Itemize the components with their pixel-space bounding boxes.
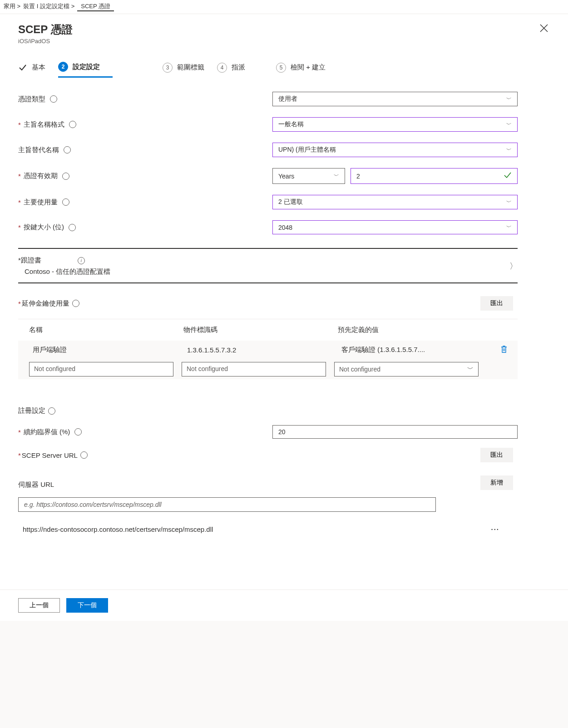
label-san: 主旨替代名稱 <box>18 146 272 154</box>
wizard-step-config[interactable]: 2 設定設定 <box>58 58 113 78</box>
more-icon[interactable]: ··· <box>491 525 499 533</box>
wizard-step-basics[interactable]: 基本 <box>18 58 58 78</box>
wizard-step-label: 範圍標籤 <box>177 63 204 72</box>
wizard-step-label: 基本 <box>32 63 45 72</box>
add-button[interactable]: 新增 <box>480 475 513 490</box>
wizard-step-label: 檢閱 + 建立 <box>291 63 326 72</box>
server-url-value: https://ndes-contosocorp.contoso.net/cer… <box>23 525 213 533</box>
dropdown-value: 2 已選取 <box>278 198 303 206</box>
label-root-cert: *跟證書 <box>18 256 41 265</box>
chevron-down-icon: ﹀ <box>506 95 512 103</box>
next-button[interactable]: 下一個 <box>66 598 108 613</box>
wizard-steps: 基本 2 設定設定 3 範圍標籤 4 指派 5 檢閱 + 建立 <box>18 58 518 78</box>
dropdown-value: UPN) (用戶主體名稱 <box>278 146 336 154</box>
dropdown-value: 2048 <box>278 224 292 231</box>
wizard-step-assign[interactable]: 4 指派 <box>217 58 258 78</box>
delete-icon[interactable] <box>500 347 508 355</box>
checkmark-icon <box>18 63 27 72</box>
label-key-usage: *主要使用量 <box>18 198 272 207</box>
wizard-step-label: 指派 <box>232 63 245 72</box>
label-subject-name-format: *主旨名稱格式 <box>18 120 272 129</box>
col-header-name: 名稱 <box>29 326 183 334</box>
col-header-oid: 物件標識碼 <box>183 326 338 334</box>
info-icon[interactable] <box>74 428 82 436</box>
export-button[interactable]: 匯出 <box>480 296 513 311</box>
dropdown-value: Years <box>278 173 294 180</box>
eku-table-row: 用戶端驗證 1.3.6.1.5.5.7.3.2 客戶端驗證 (1.3.6.1.5… <box>18 341 518 359</box>
dropdown-key-size[interactable]: 2048 ﹀ <box>272 220 518 234</box>
wizard-step-review[interactable]: 5 檢閱 + 建立 <box>276 58 338 78</box>
chevron-down-icon: ﹀ <box>334 172 339 180</box>
dropdown-subject-name-format[interactable]: 一般名稱 ﹀ <box>272 117 518 132</box>
step-number-icon: 2 <box>58 62 68 72</box>
breadcrumb: 家用 > 裝置 I 設定設定檔 > SCEP 憑證 <box>0 0 568 14</box>
chevron-down-icon: ﹀ <box>506 223 512 231</box>
close-icon[interactable] <box>538 22 550 36</box>
eku-row-oid: 1.3.6.1.5.5.7.3.2 <box>187 346 341 354</box>
wizard-step-scope[interactable]: 3 範圍標籤 <box>163 58 217 78</box>
root-cert-value: Contoso - 信任的憑證配置檔 <box>18 267 110 276</box>
eku-input-predefined[interactable]: Not configured ﹀ <box>334 362 479 376</box>
eku-input-name[interactable]: Not configured <box>29 362 173 376</box>
step-number-icon: 3 <box>163 63 173 73</box>
dropdown-san[interactable]: UPN) (用戶主體名稱 ﹀ <box>272 143 518 157</box>
dropdown-validity-unit[interactable]: Years ﹀ <box>272 168 345 184</box>
label-cert-type: 憑證類型 <box>18 95 272 104</box>
info-icon[interactable] <box>62 173 69 180</box>
dropdown-key-usage[interactable]: 2 已選取 ﹀ <box>272 195 518 209</box>
label-key-size: *按鍵大小 (位) <box>18 223 272 232</box>
info-icon[interactable] <box>64 146 71 154</box>
breadcrumb-devices[interactable]: 裝置 I 設定設定檔 > <box>23 2 74 11</box>
eku-input-oid[interactable]: Not configured <box>182 362 326 376</box>
root-certificate-row[interactable]: *跟證書 Contoso - 信任的憑證配置檔 〉 <box>18 249 518 283</box>
label-scep-url: *SCEP Server URL <box>18 451 88 459</box>
input-value: 20 <box>278 428 286 436</box>
info-icon[interactable] <box>62 198 69 206</box>
label-server-urls: 伺服器 URL <box>18 480 54 489</box>
breadcrumb-home[interactable]: 家用 > <box>4 2 20 11</box>
chevron-down-icon: ﹀ <box>506 198 512 206</box>
input-validity-value[interactable]: 2 <box>351 168 518 184</box>
eku-table-header: 名稱 物件標識碼 預先定義的值 <box>18 319 518 341</box>
info-icon[interactable] <box>78 257 85 264</box>
info-icon[interactable] <box>80 451 88 459</box>
step-number-icon: 5 <box>276 63 286 73</box>
export-button-scep[interactable]: 匯出 <box>480 448 513 462</box>
label-validity-period: *憑證有效期 <box>18 172 272 180</box>
dropdown-value: 一般名稱 <box>278 120 304 129</box>
dropdown-value: 使用者 <box>278 95 297 103</box>
eku-row-predefined: 客戶端驗證 (1.3.6.1.5.5.7.... <box>341 346 490 354</box>
footer-actions: 上一個 下一個 <box>0 589 568 621</box>
heading-enrollment: 註冊設定 <box>18 406 518 415</box>
page-subtitle: iOS/iPadOS <box>18 38 73 45</box>
eku-new-row: Not configured Not configured Not config… <box>18 359 518 379</box>
dropdown-cert-type[interactable]: 使用者 ﹀ <box>272 92 518 106</box>
eku-row-name: 用戶端驗證 <box>33 346 187 354</box>
info-icon[interactable] <box>69 224 76 231</box>
info-icon[interactable] <box>48 407 55 415</box>
server-url-row: https://ndes-contosocorp.contoso.net/cer… <box>18 524 518 535</box>
wizard-step-label: 設定設定 <box>73 63 100 71</box>
info-icon[interactable] <box>72 300 79 307</box>
input-server-url[interactable] <box>18 497 436 512</box>
col-header-predefined: 預先定義的值 <box>338 326 490 334</box>
label-renewal-threshold: *續約臨界值 (%) <box>18 428 272 436</box>
page-title: SCEP 憑證 <box>18 22 73 37</box>
step-number-icon: 4 <box>217 63 227 73</box>
chevron-right-icon: 〉 <box>509 261 518 272</box>
chevron-down-icon: ﹀ <box>506 121 512 129</box>
checkmark-ok-icon <box>504 171 512 181</box>
info-icon[interactable] <box>50 95 57 103</box>
chevron-down-icon: ﹀ <box>467 365 474 373</box>
input-value: 2 <box>356 173 360 180</box>
info-icon[interactable] <box>69 121 76 128</box>
breadcrumb-current: SCEP 憑證 <box>77 2 114 11</box>
label-eku: *延伸金鑰使用量 <box>18 299 79 308</box>
input-renewal-threshold[interactable]: 20 <box>272 425 518 439</box>
chevron-down-icon: ﹀ <box>506 146 512 154</box>
previous-button[interactable]: 上一個 <box>18 598 60 613</box>
